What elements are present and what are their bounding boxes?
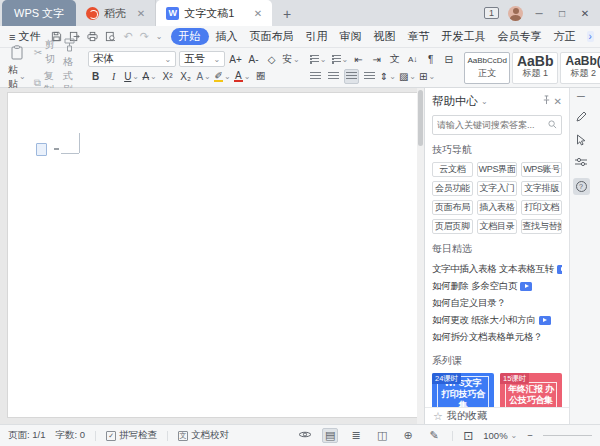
- daily-item-0[interactable]: 文字中插入表格 文本表格互转: [432, 261, 562, 278]
- zoom-level[interactable]: 100% ⌄: [483, 430, 517, 441]
- help-nav-button-5[interactable]: 文字排版: [521, 181, 562, 196]
- print-preview-icon[interactable]: [105, 31, 116, 42]
- daily-item-1[interactable]: 如何删除 多余空白页: [432, 278, 562, 295]
- read-view-button[interactable]: ◫: [374, 428, 390, 443]
- tab-stops-button[interactable]: ⊟: [441, 52, 456, 67]
- help-nav-button-10[interactable]: 文档目录: [477, 219, 518, 234]
- menu-tab-9[interactable]: 方正: [549, 28, 581, 45]
- tab-docer[interactable]: 稻壳 ✕: [76, 0, 156, 26]
- redo-icon[interactable]: ↷: [140, 30, 149, 43]
- align-left-button[interactable]: [308, 69, 323, 84]
- new-tab-button[interactable]: +: [276, 4, 298, 24]
- fit-page-button[interactable]: ⊡: [463, 429, 473, 443]
- close-tab-icon[interactable]: ✕: [254, 8, 262, 19]
- select-cursor-icon[interactable]: [576, 134, 586, 148]
- menu-overflow-arrow-icon[interactable]: ›: [587, 31, 594, 42]
- menu-tab-1[interactable]: 插入: [211, 28, 243, 45]
- daily-item-4[interactable]: 如何拆分文档表格单元格？: [432, 329, 562, 346]
- zoom-slider[interactable]: [543, 435, 592, 437]
- enclose-character-button[interactable]: 圈: [254, 69, 269, 84]
- caret-down-icon[interactable]: ⌄: [481, 97, 488, 106]
- menu-tab-5[interactable]: 视图: [369, 28, 401, 45]
- increase-indent-button[interactable]: ⇥: [369, 52, 384, 67]
- sort-button[interactable]: A↓: [405, 52, 420, 67]
- style-card-1[interactable]: AaBb标题 1: [512, 52, 558, 84]
- workspace-badge[interactable]: 1: [484, 7, 499, 19]
- zoom-out-button[interactable]: −: [527, 430, 533, 441]
- show-marks-button[interactable]: ¶: [423, 52, 438, 67]
- pin-icon[interactable]: [542, 95, 551, 107]
- highlight-button[interactable]: ✐⌄: [214, 69, 231, 84]
- minimize-button[interactable]: ─: [532, 8, 546, 19]
- menu-tab-6[interactable]: 章节: [403, 28, 435, 45]
- pen-view-button[interactable]: ✎: [426, 428, 442, 443]
- style-card-0[interactable]: AaBbCcDd正文: [464, 52, 510, 84]
- menu-tab-0[interactable]: 开始: [171, 28, 209, 45]
- panel-collapse-handle[interactable]: ─: [577, 90, 585, 102]
- increase-font-button[interactable]: A+: [228, 52, 243, 67]
- document-page[interactable]: [7, 92, 420, 418]
- subscript-button[interactable]: X₂: [178, 69, 193, 84]
- help-nav-button-2[interactable]: WPS账号: [521, 162, 562, 177]
- user-avatar[interactable]: [508, 6, 523, 21]
- menu-tab-3[interactable]: 引用: [301, 28, 333, 45]
- menu-tab-4[interactable]: 审阅: [335, 28, 367, 45]
- outline-view-button[interactable]: ≣: [348, 428, 364, 443]
- proofread-button[interactable]: 文 文档校对: [178, 429, 229, 442]
- help-nav-button-3[interactable]: 会员功能: [432, 181, 473, 196]
- eye-protect-icon[interactable]: [298, 430, 312, 441]
- pinyin-guide-button[interactable]: 安⌄: [282, 52, 300, 67]
- help-nav-button-4[interactable]: 文字入门: [477, 181, 518, 196]
- decrease-font-button[interactable]: A-: [246, 52, 261, 67]
- tab-document-active[interactable]: W 文字文稿1 ✕: [156, 0, 272, 26]
- menu-tab-2[interactable]: 页面布局: [245, 28, 299, 45]
- close-tab-icon[interactable]: ✕: [137, 8, 145, 19]
- document-scrollbar[interactable]: [417, 88, 424, 424]
- bold-button[interactable]: B: [88, 69, 103, 84]
- help-nav-button-0[interactable]: 云文档: [432, 162, 473, 177]
- help-search-input[interactable]: [437, 120, 546, 130]
- my-favorites-button[interactable]: ☆ 我的收藏: [425, 407, 569, 424]
- menu-tab-8[interactable]: 会员专享: [493, 28, 547, 45]
- line-spacing-button[interactable]: ⇕⌄: [380, 69, 396, 84]
- borders-button[interactable]: ⊞⌄: [419, 69, 435, 84]
- close-window-button[interactable]: ✕: [578, 8, 592, 19]
- page-view-button[interactable]: ▤: [322, 428, 338, 443]
- italic-button[interactable]: I: [106, 69, 121, 84]
- help-nav-button-11[interactable]: 查找与替换: [521, 219, 562, 234]
- daily-item-2[interactable]: 如何自定义目录？: [432, 295, 562, 312]
- align-center-button[interactable]: [326, 69, 341, 84]
- help-button-active[interactable]: ?: [573, 178, 590, 195]
- print-icon[interactable]: [87, 31, 98, 42]
- align-right-button[interactable]: [362, 69, 377, 84]
- edit-pen-icon[interactable]: [575, 111, 587, 125]
- style-card-2[interactable]: AaBb(标题 2: [560, 52, 600, 84]
- help-nav-button-6[interactable]: 页面布局: [432, 200, 473, 215]
- quick-access-more-icon[interactable]: ⌄: [156, 32, 163, 41]
- word-count[interactable]: 字数: 0: [56, 429, 86, 442]
- cut-button[interactable]: ✂剪切: [34, 38, 55, 66]
- daily-item-3[interactable]: 如何更改 纸张大小和方向: [432, 312, 562, 329]
- strikethrough-button[interactable]: A⌄: [142, 69, 157, 84]
- superscript-button[interactable]: X²: [160, 69, 175, 84]
- font-name-select[interactable]: 宋体⌄: [88, 51, 176, 67]
- decrease-indent-button[interactable]: ⇤: [351, 52, 366, 67]
- clear-format-button[interactable]: ◇: [264, 52, 279, 67]
- close-panel-icon[interactable]: ✕: [554, 96, 562, 107]
- help-nav-button-8[interactable]: 打印文档: [521, 200, 562, 215]
- doc-float-icon[interactable]: [36, 143, 47, 156]
- help-nav-button-7[interactable]: 插入表格: [477, 200, 518, 215]
- help-nav-button-9[interactable]: 页眉页脚: [432, 219, 473, 234]
- justify-button[interactable]: [344, 69, 359, 84]
- help-search-box[interactable]: [432, 115, 562, 135]
- numbering-button[interactable]: ⌄: [330, 52, 349, 67]
- font-color-button[interactable]: A⌄: [234, 69, 251, 84]
- asian-layout-button[interactable]: 文: [387, 52, 402, 67]
- font-size-select[interactable]: 五号⌄: [179, 51, 225, 67]
- text-effects-button[interactable]: A⌄: [196, 69, 211, 84]
- menu-tab-7[interactable]: 开发工具: [437, 28, 491, 45]
- help-nav-button-1[interactable]: WPS界面: [477, 162, 518, 177]
- bullets-button[interactable]: ⌄: [308, 52, 327, 67]
- tab-wps-home[interactable]: WPS 文字: [2, 0, 76, 26]
- shading-button[interactable]: ▨⌄: [399, 69, 416, 84]
